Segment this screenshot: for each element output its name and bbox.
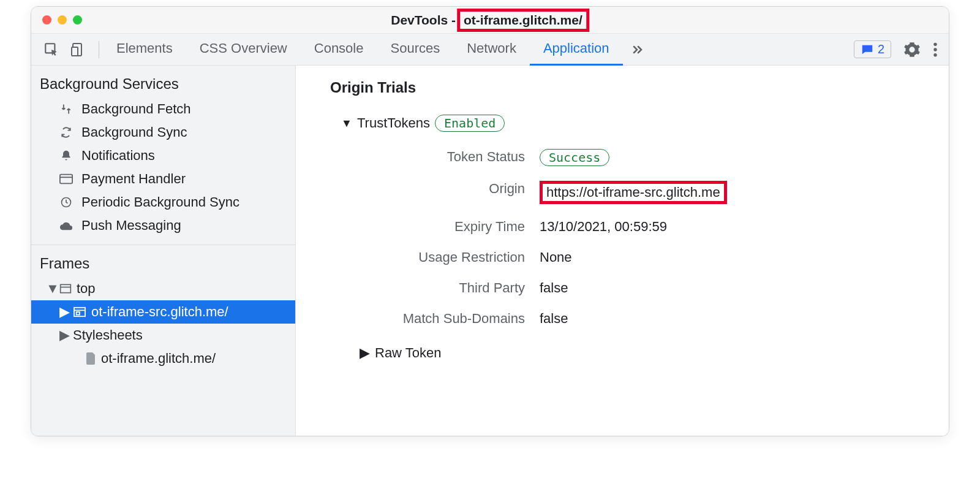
expand-arrow-icon[interactable]: ▶ [59, 327, 68, 343]
panel-tabs: Elements CSS Overview Console Sources Ne… [103, 34, 623, 66]
iframe-icon [73, 306, 86, 317]
raw-token-label: Raw Token [375, 345, 441, 361]
frames-iframe-row[interactable]: ▶ ot-iframe-src.glitch.me/ [31, 300, 295, 324]
clock-icon [58, 196, 74, 208]
sidebar-item-payment-handler[interactable]: Payment Handler [31, 167, 295, 191]
section-frames: Frames [31, 245, 295, 277]
titlebar: DevTools - ot-iframe.glitch.me/ [31, 7, 949, 34]
section-background-services: Background Services [31, 66, 295, 97]
sync-icon [58, 126, 74, 139]
device-toggle-icon[interactable] [70, 42, 85, 58]
enabled-badge: Enabled [435, 115, 505, 132]
file-icon [86, 352, 96, 365]
expand-arrow-icon[interactable]: ▶ [59, 304, 68, 320]
frames-top-row[interactable]: ▼ top [31, 277, 295, 300]
subdomains-value: false [540, 311, 924, 327]
traffic-lights [31, 15, 82, 25]
title-url: ot-iframe.glitch.me/ [457, 9, 589, 32]
inspect-element-icon[interactable] [43, 42, 59, 58]
frame-icon [59, 283, 72, 294]
sidebar-item-periodic-sync[interactable]: Periodic Background Sync [31, 191, 295, 214]
token-status-value: Success [540, 149, 924, 166]
svg-point-4 [933, 48, 937, 51]
expiry-label: Expiry Time [341, 219, 525, 235]
svg-rect-9 [61, 284, 71, 292]
more-options-icon[interactable] [933, 42, 938, 58]
origin-value: https://ot-iframe-src.glitch.me [540, 181, 924, 204]
usage-label: Usage Restriction [341, 249, 525, 265]
usage-value: None [540, 249, 924, 265]
sidebar-item-background-fetch[interactable]: Background Fetch [31, 97, 295, 121]
frame-file-label: ot-iframe.glitch.me/ [101, 351, 216, 367]
tab-elements[interactable]: Elements [103, 34, 186, 66]
tab-console[interactable]: Console [301, 34, 377, 66]
sidebar-item-label: Background Sync [81, 124, 187, 140]
tab-application[interactable]: Application [530, 34, 623, 66]
sidebar-item-label: Background Fetch [81, 101, 191, 117]
tab-network[interactable]: Network [453, 34, 530, 66]
expand-arrow-icon[interactable]: ▼ [341, 117, 352, 130]
origin-value-text: https://ot-iframe-src.glitch.me [540, 181, 727, 204]
card-icon [58, 173, 74, 184]
third-party-value: false [540, 280, 924, 296]
frames-file-row[interactable]: ot-iframe.glitch.me/ [31, 347, 295, 370]
sidebar-item-label: Periodic Background Sync [81, 194, 239, 210]
trial-details: Token Status Success Origin https://ot-i… [330, 149, 924, 327]
cloud-icon [58, 221, 74, 230]
origin-label: Origin [341, 181, 525, 204]
sidebar-item-label: Push Messaging [81, 218, 181, 234]
sidebar-item-label: Payment Handler [81, 171, 186, 187]
subdomains-label: Match Sub-Domains [341, 311, 525, 327]
origin-trials-heading: Origin Trials [330, 79, 924, 96]
trial-name: TrustTokens [357, 115, 430, 131]
svg-rect-2 [72, 47, 78, 56]
devtools-toolbar: Elements CSS Overview Console Sources Ne… [31, 34, 949, 66]
devtools-window: DevTools - ot-iframe.glitch.me/ [31, 6, 949, 436]
frames-stylesheets-row[interactable]: ▶ Stylesheets [31, 324, 295, 347]
sidebar-item-notifications[interactable]: Notifications [31, 144, 295, 167]
toolbar-left: Elements CSS Overview Console Sources Ne… [39, 34, 652, 66]
main-content: Origin Trials ▼ TrustTokens Enabled Toke… [296, 66, 949, 436]
issues-count: 2 [878, 42, 884, 56]
bell-icon [58, 150, 74, 162]
svg-point-3 [933, 42, 937, 45]
toolbar-divider [99, 41, 99, 58]
window-minimize-button[interactable] [58, 15, 67, 25]
raw-token-row[interactable]: ▶ Raw Token [330, 345, 924, 361]
trial-row[interactable]: ▼ TrustTokens Enabled [330, 115, 924, 132]
sidebar-item-background-sync[interactable]: Background Sync [31, 121, 295, 144]
more-tabs-icon[interactable] [623, 42, 652, 57]
tab-sources[interactable]: Sources [377, 34, 453, 66]
sidebar-item-push-messaging[interactable]: Push Messaging [31, 214, 295, 237]
success-badge: Success [540, 149, 609, 166]
frame-top-label: top [77, 281, 96, 297]
tab-css-overview[interactable]: CSS Overview [186, 34, 301, 66]
application-sidebar: Background Services Background Fetch Bac… [31, 66, 296, 436]
third-party-label: Third Party [341, 280, 525, 296]
title-prefix: DevTools - [391, 13, 456, 28]
issues-badge[interactable]: 2 [854, 40, 891, 58]
window-close-button[interactable] [42, 15, 51, 25]
toolbar-right: 2 [854, 40, 941, 58]
window-maximize-button[interactable] [73, 15, 82, 25]
expand-arrow-icon[interactable]: ▶ [360, 345, 370, 361]
settings-icon[interactable] [903, 41, 921, 58]
window-title: DevTools - ot-iframe.glitch.me/ [391, 9, 589, 32]
fetch-icon [58, 103, 74, 115]
svg-rect-13 [77, 312, 80, 315]
panel-body: Background Services Background Fetch Bac… [31, 66, 949, 436]
frame-stylesheets-label: Stylesheets [73, 327, 143, 343]
svg-point-5 [933, 53, 937, 56]
frame-iframe-label: ot-iframe-src.glitch.me/ [91, 304, 228, 320]
expand-arrow-icon[interactable]: ▼ [46, 281, 55, 297]
sidebar-item-label: Notifications [81, 148, 155, 164]
token-status-label: Token Status [341, 149, 525, 166]
svg-rect-6 [60, 175, 72, 184]
expiry-value: 13/10/2021, 00:59:59 [540, 219, 924, 235]
